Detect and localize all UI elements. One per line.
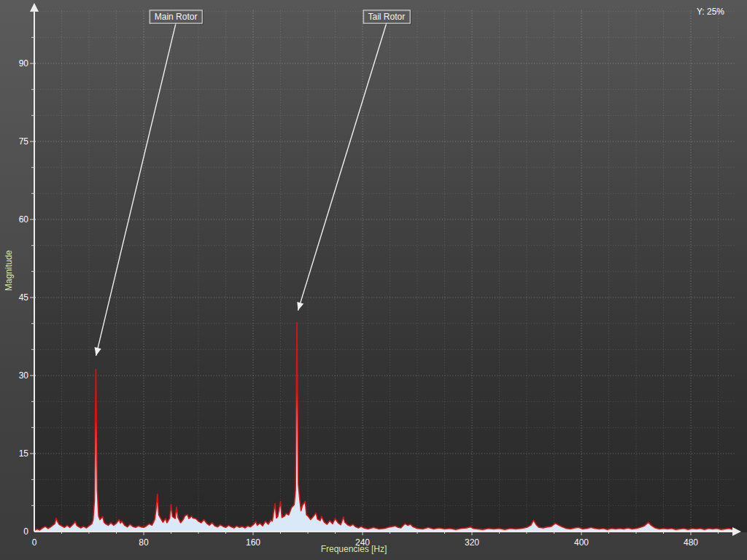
plot-canvas[interactable]: 0153045607590080160240320400480 — [0, 0, 747, 560]
annotation-tail-rotor[interactable]: Tail Rotor — [363, 9, 410, 23]
annotation-main-rotor-label: Main Rotor — [155, 11, 198, 21]
y-tick-label: 0 — [23, 526, 28, 537]
spectrum-line — [34, 322, 736, 530]
x-tick-label: 160 — [246, 537, 260, 548]
x-tick-label: 80 — [139, 537, 149, 548]
y-tick-label: 60 — [19, 214, 29, 225]
spectrum-area — [34, 322, 736, 532]
annotation-arrowhead — [297, 302, 303, 311]
annotation-tail-rotor-label: Tail Rotor — [368, 11, 405, 21]
x-tick-label: 480 — [684, 537, 698, 548]
annotation-main-rotor[interactable]: Main Rotor — [150, 9, 203, 23]
y-tick-label: 75 — [19, 136, 29, 147]
cursor-y-readout: Y: 25% — [697, 7, 724, 17]
y-axis-arrowhead — [30, 3, 39, 12]
y-tick-label: 90 — [19, 58, 29, 69]
y-axis-title: Magnitude — [4, 245, 14, 296]
y-tick-label: 45 — [19, 292, 29, 303]
x-tick-label: 320 — [465, 537, 479, 548]
y-tick-label: 15 — [19, 448, 29, 459]
x-tick-label: 0 — [32, 537, 37, 548]
annotation-arrow-line — [298, 23, 387, 311]
annotation-arrowhead — [95, 347, 101, 356]
annotation-arrow-line — [96, 23, 177, 356]
x-axis-title: Frequencies [Hz] — [299, 544, 409, 554]
y-tick-label: 30 — [19, 370, 29, 381]
x-axis-arrowhead — [732, 527, 741, 536]
x-tick-label: 400 — [574, 537, 589, 548]
